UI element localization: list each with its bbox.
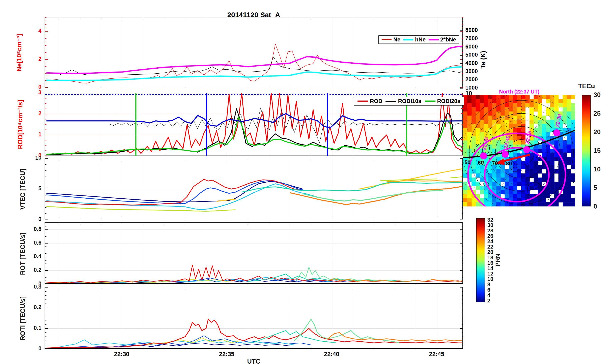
te-tick-label: 8000 xyxy=(465,27,484,33)
tecu-colorbar-title: TECu xyxy=(578,83,595,90)
prn-colorbar xyxy=(476,218,485,302)
te-tick-label: 2000 xyxy=(465,76,484,83)
legend-item-bne: bNe xyxy=(403,36,426,43)
te-tick-label: 7000 xyxy=(465,35,484,42)
map-svg: 5060708022:4522:4022:3522:30 xyxy=(463,95,575,206)
tecu-tick-label: 30 xyxy=(593,91,601,99)
pass-time-dot xyxy=(523,146,530,153)
rot-ytick-label: 0.6 xyxy=(25,240,42,246)
tecu-tick-label: 0 xyxy=(593,203,597,210)
tecu-colorbar xyxy=(582,95,591,206)
tec-pixel-field xyxy=(463,95,575,206)
roti-ytick-label: 0.2 xyxy=(25,304,42,310)
roti-panel xyxy=(44,287,463,349)
vtec-panel xyxy=(44,158,463,219)
rot-panel xyxy=(44,222,463,284)
2bne-line-swatch xyxy=(429,39,439,40)
roti-ytick-label: 0 xyxy=(25,345,42,352)
series-PRN-red xyxy=(46,319,462,348)
series-PRN-blue xyxy=(46,181,305,204)
rodi20s-line-swatch xyxy=(425,101,435,102)
ne-axis-label: Ne[10⁵cm⁻³] xyxy=(15,18,23,88)
legend-label: Ne xyxy=(393,36,400,43)
rot-ytick-label: 0.2 xyxy=(25,267,42,273)
series-smoothed xyxy=(46,114,462,128)
tecu-tick-label: 15 xyxy=(593,147,601,154)
mag-lat-label: 60 xyxy=(478,160,484,166)
roti-ytick-label: 0.3 xyxy=(25,284,42,290)
vtec-ytick-label: 5 xyxy=(25,185,42,192)
rodi10s-line-swatch xyxy=(386,101,396,102)
legend-label: ROD xyxy=(370,98,382,105)
mag-lat-label: 80 xyxy=(506,161,512,167)
x-axis-label: UTC xyxy=(44,358,463,364)
ne-line-swatch xyxy=(382,39,391,40)
ne-legend: Ne bNe 2*bNe xyxy=(378,35,459,44)
vtec-plot-area xyxy=(45,158,463,220)
tecu-tick-label: 5 xyxy=(593,184,597,192)
rod-axis-label: ROD[10⁴cm⁻³/s] xyxy=(16,83,24,166)
rod-line-swatch xyxy=(357,101,368,102)
roti-plot-area xyxy=(45,287,463,349)
ne-te-panel xyxy=(44,17,463,87)
rot-plot-area xyxy=(45,223,463,284)
legend-item-rodi10s: RODI10s xyxy=(386,98,421,105)
pass-time-dot xyxy=(553,129,560,136)
te-tick-label: 5000 xyxy=(465,52,484,58)
roti-ytick-label: 0.1 xyxy=(25,325,42,331)
legend-item-ne: Ne xyxy=(382,36,400,43)
series-PRN-springgreen xyxy=(302,190,443,201)
te-tick-label: 3000 xyxy=(465,68,484,75)
legend-label: bNe xyxy=(415,36,426,43)
te-tick-label: 6000 xyxy=(465,43,484,50)
prn-axis-label: PRN xyxy=(494,246,501,275)
polar-tec-map: 5060708022:4522:4022:3522:30 xyxy=(463,95,575,206)
tecu-tick-label: 20 xyxy=(593,128,601,136)
series-PRN-cyan xyxy=(46,277,338,283)
series-PRN-gold xyxy=(216,169,462,201)
legend-item-2bne: 2*bNe xyxy=(429,36,456,43)
series-bNe xyxy=(46,67,462,81)
x-tick-label: 22:30 xyxy=(106,351,137,358)
legend-label: 2*bNe xyxy=(440,36,456,43)
prn-tick-label: 2 xyxy=(487,298,490,304)
legend-item-rodi20s: RODI20s xyxy=(425,98,461,105)
bne-line-swatch xyxy=(403,39,413,40)
legend-label: RODI20s xyxy=(437,98,461,105)
x-tick-label: 22:35 xyxy=(211,351,242,358)
rod-ytick-label: 1 xyxy=(25,131,42,138)
pole-dot xyxy=(520,151,522,154)
pass-time-dot xyxy=(502,151,509,158)
series-PRN-navy xyxy=(46,181,302,202)
rod-legend: ROD RODI10s RODI20s xyxy=(354,97,464,106)
x-tick-label: 22:40 xyxy=(316,351,347,358)
rot-ytick-label: 0.4 xyxy=(25,253,42,259)
rod-ytick-label: 2 xyxy=(25,110,42,117)
te-tick-label: 1000 xyxy=(465,85,484,91)
mag-lat-label: 50 xyxy=(464,159,471,165)
tecu-tick-label: 10 xyxy=(593,166,601,173)
legend-item-rod: ROD xyxy=(357,98,382,105)
map-title: North (22:37 UT) xyxy=(484,89,555,95)
legend-label: RODI10s xyxy=(398,98,421,105)
roti-axis-label: ROTI [TECU/s] xyxy=(19,288,27,348)
rot-ytick-label: 0.8 xyxy=(25,226,42,232)
ne-plot-area xyxy=(45,17,463,87)
series-PRN-red xyxy=(46,179,305,205)
ne-ytick-label: 2 xyxy=(25,56,42,62)
series-2*bNe xyxy=(46,46,462,73)
series-RODI10s xyxy=(46,109,462,155)
x-tick-label: 22:45 xyxy=(421,351,452,358)
vtec-ytick-label: 0 xyxy=(25,216,42,222)
pass-time-dot xyxy=(480,152,487,160)
vtec-ytick-label: 10 xyxy=(25,155,42,161)
ne-ytick-label: 4 xyxy=(25,28,42,34)
mag-lat-label: 70 xyxy=(492,160,498,166)
rod-ytick-label: 3 xyxy=(25,89,42,96)
series-PRN-blue xyxy=(70,336,311,347)
te-tick-label: 4000 xyxy=(465,60,484,66)
tecu-tick-label: 25 xyxy=(593,110,601,117)
figure-canvas: { "figure": {"title": "20141120 Sat_A", … xyxy=(0,0,602,364)
